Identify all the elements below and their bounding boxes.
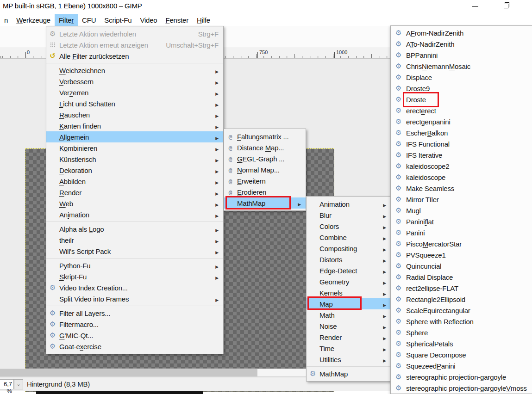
map-filter-item-quincuncial[interactable]: Quincuncial [391, 260, 532, 271]
filter-menu-item-licht-und-schatten[interactable]: Licht und Schatten [46, 98, 223, 109]
allgemein-item-erodieren[interactable]: Erodieren [224, 186, 306, 197]
map-filter-item-make-seamless[interactable]: Make Seamless [391, 183, 532, 194]
filter-menu-item-alpha-als-logo[interactable]: Alpha als Logo [46, 223, 223, 234]
allgemein-item-gegl-graph[interactable]: GEGL-Graph ... [224, 153, 306, 164]
map-filter-item-afrom-nadirzenith[interactable]: AFrom-NadirZenith [391, 27, 532, 38]
map-filter-item-panini[interactable]: Panini [391, 227, 532, 238]
filter-menu-item-render[interactable]: Render [46, 187, 223, 198]
filter-menu-item-goat-exercise[interactable]: Goat-exercise [46, 341, 223, 352]
allgemein-item-normal-map[interactable]: Normal Map... [224, 164, 306, 175]
mathmap-item-utilities[interactable]: Utilities [307, 354, 391, 365]
filter-menu-item-letzte-aktion-wiederholen[interactable]: Letzte Aktion wiederholen Strg+F [46, 28, 223, 39]
mathmap-item-kernels[interactable]: Kernels [307, 287, 391, 298]
filter-menu-item-video-index-creation[interactable]: Video Index Creation... [46, 282, 223, 293]
filter-menu-item-filtermacro[interactable]: Filtermacro... [46, 319, 223, 330]
map-filter-item-droste9[interactable]: Droste9 [391, 83, 532, 94]
map-filter-item-displace[interactable]: Displace [391, 72, 532, 83]
map-filter-item-piscomercatorstar[interactable]: PiscoMercatorStar [391, 238, 532, 249]
allgemein-item-mathmap[interactable]: MathMap [224, 197, 306, 209]
map-filter-item-kaleidoscope[interactable]: kaleidoscope [391, 172, 532, 183]
filter-menu-item-will-s-script-pack[interactable]: Will's Script Pack [46, 246, 223, 257]
gear-blue-icon [394, 273, 402, 281]
map-filter-item-ifs-functional[interactable]: IFS Functional [391, 138, 532, 149]
mathmap-item-animation[interactable]: Animation [307, 198, 391, 209]
filter-menu-item-web[interactable]: Web [46, 198, 223, 209]
map-filter-item-stereographic-projection-gargoylevmoss[interactable]: stereographic projection-gargoyleVmoss [391, 382, 532, 394]
menubar-item-hilfe[interactable]: Hilfe [193, 14, 214, 26]
mathmap-item-combine[interactable]: Combine [307, 232, 391, 243]
map-filter-item-radial-displace[interactable]: Radial Displace [391, 271, 532, 283]
mathmap-item-compositing[interactable]: Compositing [307, 243, 391, 254]
map-filter-item-sphere[interactable]: Sphere [391, 327, 532, 338]
filter-menu-item-weichzeichnen[interactable]: Weichzeichnen [46, 65, 223, 76]
map-filter-item-ato-nadirzenith[interactable]: ATo-NadirZenith [391, 38, 532, 49]
map-filter-item-ifs-iterative[interactable]: IFS Iterative [391, 149, 532, 160]
filter-menu-item-verzerren[interactable]: Verzerren [46, 87, 223, 98]
map-filter-item-square-decompose[interactable]: Square Decompose [391, 349, 532, 360]
map-filter-item-stereographic-projection-gargoyle[interactable]: stereographic projection-gargoyle [391, 371, 532, 382]
filter-menu-item-verbessern[interactable]: Verbessern [46, 76, 223, 87]
filter-menu-item-skript-fu[interactable]: Skript-Fu [46, 271, 223, 282]
map-filter-item-escherbalkon[interactable]: EscherBalkon [391, 127, 532, 138]
mathmap-item-colors[interactable]: Colors [307, 221, 391, 232]
menubar-item-n[interactable]: n [0, 14, 12, 26]
filter-menu-item-alle-filter-zur-cksetzen[interactable]: Alle Filter zurücksetzen [46, 50, 223, 62]
map-filter-item-sphere-with-reflection[interactable]: Sphere with Reflection [391, 316, 532, 327]
mathmap-item-edge-detect[interactable]: Edge-Detect [307, 265, 391, 276]
map-filter-item-erectgenpanini[interactable]: erectgenpanini [391, 116, 532, 127]
filter-menu-item-python-fu[interactable]: Python-Fu [46, 260, 223, 271]
horizontal-scrollbar-thumb[interactable] [0, 369, 257, 376]
map-filter-item-mirror-tiler[interactable]: Mirror TIler [391, 194, 532, 205]
filter-menu-item-letzte-aktion-erneut-anzeigen[interactable]: Letzte Aktion erneut anzeigen Umschalt+S… [46, 39, 223, 50]
mathmap-item-time[interactable]: Time [307, 343, 391, 354]
menubar-item-fenster[interactable]: Fenster [161, 14, 192, 26]
mathmap-item-blur[interactable]: Blur [307, 209, 391, 221]
allgemein-item-distance-map[interactable]: Distance Map... [224, 142, 306, 153]
menubar-item-cfu[interactable]: CFU [78, 14, 100, 26]
filter-menu-item-animation[interactable]: Animation [46, 209, 223, 220]
filter-menu-item-filter-all-layers[interactable]: Filter all Layers... [46, 308, 223, 319]
map-filter-item-paniniflat[interactable]: Paniniflat [391, 216, 532, 227]
map-filter-item-kaleidoscope2[interactable]: kaleidoscope2 [391, 160, 532, 172]
restore-window-icon[interactable] [504, 4, 508, 8]
minimize-icon[interactable] [472, 6, 478, 7]
filter-menu-item-abbilden[interactable]: Abbilden [46, 176, 223, 187]
mathmap-item-noise[interactable]: Noise [307, 320, 391, 332]
mathmap-item-geometry[interactable]: Geometry [307, 276, 391, 287]
map-filter-item-chrisniemannmosaic[interactable]: ChrisNiemannMosaic [391, 61, 532, 72]
gegl-icon [226, 188, 234, 196]
mathmap-item-distorts[interactable]: Distorts [307, 254, 391, 265]
filter-menu-item-split-video-into-frames[interactable]: Split Video into Frames [46, 293, 223, 304]
filter-menu-item-rauschen[interactable]: Rauschen [46, 109, 223, 120]
map-filter-item-mugl[interactable]: Mugl [391, 205, 532, 216]
menubar-item-werkzeuge[interactable]: Werkzeuge [12, 14, 55, 26]
zoom-level-field[interactable]: 6,7 % [0, 379, 14, 389]
map-filter-item-scaleequirectangular[interactable]: ScaleEquirectangular [391, 305, 532, 316]
map-filter-item-squezeedpanini[interactable]: SquezeedPanini [391, 360, 532, 371]
map-filter-item-erecterect[interactable]: erecterect [391, 105, 532, 116]
filter-menu-item-allgemein[interactable]: Allgemein [46, 131, 223, 142]
map-filter-item-pvsqueeze1[interactable]: PVSqueeze1 [391, 249, 532, 260]
mathmap-item-map[interactable]: Map [307, 298, 391, 309]
submenu-arrow-icon [211, 89, 219, 97]
filter-menu-item-k-nstlerisch[interactable]: Künstlerisch [46, 154, 223, 165]
zoom-dropdown-chevron-icon[interactable]: ⌄ [14, 379, 23, 389]
allgemein-item-faltungsmatrix[interactable]: Faltungsmatrix ... [224, 131, 306, 142]
allgemein-item-erweitern[interactable]: Erweitern [224, 175, 306, 186]
mathmap-item-mathmap[interactable]: MathMap [307, 368, 391, 379]
menubar-item-filter[interactable]: Filter [55, 14, 78, 26]
mathmap-item-render[interactable]: Render [307, 332, 391, 343]
filter-menu-item-kombinieren[interactable]: Kombinieren [46, 142, 223, 154]
filter-menu-item-g-mic-qt[interactable]: G'MIC-Qt... [46, 330, 223, 341]
filter-menu-item-theilr[interactable]: theilr [46, 234, 223, 246]
map-filter-item-droste[interactable]: Droste [391, 94, 532, 105]
filter-menu-item-kanten-finden[interactable]: Kanten finden [46, 120, 223, 131]
menubar-item-video[interactable]: Video [136, 14, 161, 26]
map-filter-item-bppannini[interactable]: BPPannini [391, 49, 532, 61]
menubar-item-script-fu[interactable]: Script-Fu [100, 14, 136, 26]
filter-menu-item-dekoration[interactable]: Dekoration [46, 165, 223, 176]
map-filter-item-rect2ellipse-flat[interactable]: rect2ellipse-FLAT [391, 283, 532, 294]
map-filter-item-rectangle2ellipsoid[interactable]: Rectangle2Ellipsoid [391, 294, 532, 305]
mathmap-item-math[interactable]: Math [307, 309, 391, 320]
map-filter-item-sphericalpetals[interactable]: SphericalPetals [391, 338, 532, 349]
